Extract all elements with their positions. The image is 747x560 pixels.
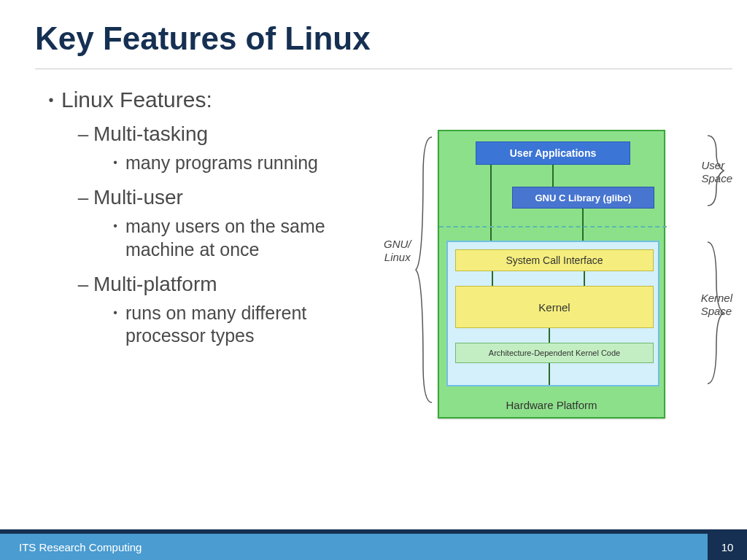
bullet-detail-text: runs on many different processor types <box>125 302 376 348</box>
footer-bar: ITS Research Computing 10 <box>0 534 747 560</box>
connector-line <box>584 271 585 286</box>
connector-line <box>549 363 550 385</box>
bullet-dot-icon: • <box>105 152 125 174</box>
right-brace-icon <box>706 238 725 388</box>
glibc-box: GNU C Library (glibc) <box>512 187 654 209</box>
dash-icon: – <box>73 186 93 209</box>
page-number: 10 <box>708 534 747 560</box>
architecture-diagram: GNU/ Linux User Space Kernel Space User … <box>379 109 729 430</box>
bullet-heading: • Linux Features: <box>41 88 376 112</box>
hardware-platform-label: Hardware Platform <box>439 399 664 411</box>
bullet-detail: • many users on the same machine at once <box>105 215 376 261</box>
bullet-heading-text: Linux Features: <box>61 88 212 112</box>
right-brace-icon <box>706 131 725 210</box>
bullet-item: – Multi-platform <box>73 273 376 296</box>
bullet-detail-text: many users on the same machine at once <box>125 215 376 261</box>
kernel-box: Kernel <box>455 286 654 328</box>
bullet-dot-icon: • <box>105 302 125 324</box>
left-brace-icon <box>414 131 433 408</box>
bullet-dot-icon: • <box>41 88 61 112</box>
dashed-separator <box>439 226 667 228</box>
connector-line <box>492 271 493 286</box>
bullet-dot-icon: • <box>105 215 125 237</box>
bullet-item-label: Multi-platform <box>93 273 217 296</box>
title-divider <box>35 69 732 69</box>
footer-text: ITS Research Computing <box>0 541 708 553</box>
bullet-item-label: Multi-user <box>93 186 183 209</box>
dash-icon: – <box>73 122 93 146</box>
connector-line <box>549 328 550 343</box>
slide-title: Key Features of Linux <box>35 20 371 57</box>
bullet-detail-text: many programs running <box>125 152 318 174</box>
bullet-item-label: Multi-tasking <box>93 122 208 146</box>
architecture-kernel-box: Architecture-Dependent Kernel Code <box>455 343 654 363</box>
dash-icon: – <box>73 273 93 296</box>
kernel-band-box: System Call Interface Kernel Architectur… <box>446 241 659 386</box>
connector-line <box>490 165 492 248</box>
system-call-interface-box: System Call Interface <box>455 249 654 271</box>
connector-line <box>552 165 554 187</box>
hardware-platform-box: User Applications GNU C Library (glibc) … <box>438 130 665 419</box>
bullet-item: – Multi-tasking <box>73 122 376 146</box>
gnu-linux-label: GNU/ Linux <box>384 238 411 264</box>
bullet-detail: • many programs running <box>105 152 376 174</box>
bullet-content: • Linux Features: – Multi-tasking • many… <box>41 88 376 359</box>
bullet-detail: • runs on many different processor types <box>105 302 376 348</box>
slide: Key Features of Linux • Linux Features: … <box>0 0 747 560</box>
user-applications-box: User Applications <box>476 141 630 165</box>
bullet-item: – Multi-user <box>73 186 376 209</box>
